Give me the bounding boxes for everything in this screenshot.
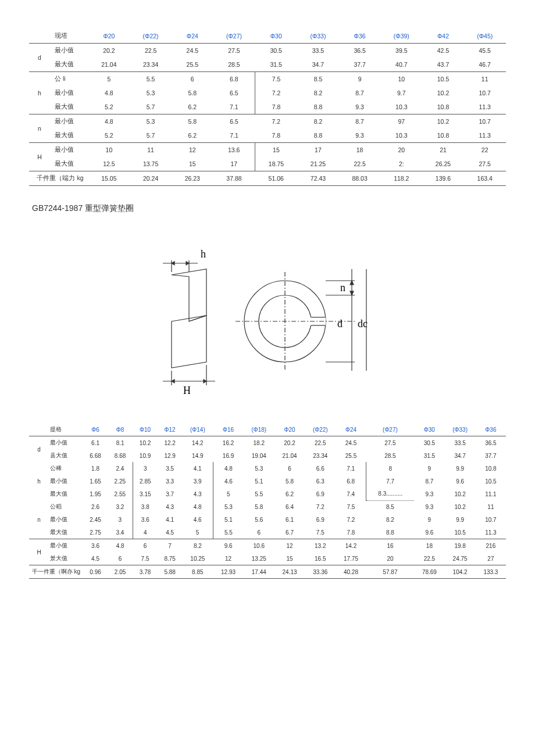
cell: 16.2 (213, 436, 244, 450)
col-header: Φ20 (274, 423, 305, 436)
cell: 10.2 (444, 488, 475, 500)
cell: 21.04 (88, 58, 130, 72)
cell: 7.8 (336, 526, 366, 539)
cell: 6 (172, 72, 213, 87)
table1-footer-label: 千件重（端力 kg (29, 171, 88, 186)
cell: 6 (274, 462, 305, 475)
cell: 7.1 (213, 128, 255, 143)
col-header: (Φ33) (444, 423, 475, 436)
cell: 3.9 (182, 475, 213, 488)
cell: 20.2 (88, 44, 130, 58)
cell: 37.7 (476, 449, 506, 462)
cell: 30.5 (414, 436, 444, 450)
cell: 6 (108, 552, 133, 565)
col-header: (Φ39) (380, 29, 423, 44)
cell: 20 (380, 143, 423, 157)
cell: 16.5 (305, 552, 336, 565)
cell: 3.5 (158, 462, 182, 475)
cell: 14.2 (336, 539, 366, 553)
cell: 3.15 (133, 488, 158, 500)
spring-washer-diagram: h H n d dc (29, 231, 506, 400)
cell: 10.7 (463, 114, 506, 129)
cell: 24.75 (444, 552, 475, 565)
cell: 15.05 (88, 171, 130, 186)
cell: 15 (172, 157, 213, 171)
param-h: h (29, 72, 50, 114)
cell: 9.3 (414, 500, 444, 513)
cell: 20 (366, 552, 415, 565)
cell: 14.2 (182, 436, 213, 450)
cell: 5.3 (130, 114, 172, 129)
cell: 8.85 (182, 565, 213, 579)
cell: 33.36 (305, 565, 336, 579)
cell: 7.7 (366, 475, 415, 488)
table1-header-label: 现塔 (50, 29, 88, 44)
cell: 27.5 (213, 44, 255, 58)
cell: 17 (213, 157, 255, 171)
cell: 2.45 (83, 513, 108, 526)
svg-marker-4 (172, 261, 174, 265)
cell: 21 (423, 143, 464, 157)
cell: 6.5 (213, 86, 255, 100)
cell: 18.75 (255, 157, 297, 171)
label-dc: dc (358, 318, 368, 329)
svg-line-0 (189, 316, 206, 321)
cell: 9.6 (414, 526, 444, 539)
cell: 10.2 (133, 436, 158, 450)
cell: 42.5 (423, 44, 464, 58)
svg-marker-10 (204, 379, 206, 383)
cell: 4.6 (182, 513, 213, 526)
col-header: Φ10 (133, 423, 158, 436)
cell: 4.1 (182, 462, 213, 475)
cell: 8.2 (297, 114, 340, 129)
row-label: 最小值 (49, 513, 83, 526)
col-header: Φ20 (88, 29, 130, 44)
cell: 9 (414, 462, 444, 475)
cell: 5.6 (244, 513, 274, 526)
col-header: Φ36 (476, 423, 506, 436)
cell: 9.9 (444, 462, 475, 475)
cell: 8.7 (414, 475, 444, 488)
param-n: n (29, 500, 49, 539)
row-label: 县大值 (49, 449, 83, 462)
cell: 7.4 (336, 488, 366, 500)
row-label: 最大值 (49, 488, 83, 500)
cell: 3.7 (158, 488, 182, 500)
cell: 97 (380, 114, 423, 129)
cell: 3.6 (83, 539, 108, 553)
cell: 7.2 (255, 114, 297, 129)
cell: 10.8 (476, 462, 506, 475)
cell: 19.04 (244, 449, 274, 462)
cell: 33.5 (444, 436, 475, 450)
label-h: h (201, 248, 206, 260)
col-header: (Φ45) (463, 29, 506, 44)
row-label: 最大值 (50, 100, 88, 114)
col-header: Φ8 (108, 423, 133, 436)
cell: 10.2 (444, 500, 475, 513)
cell: 12.5 (88, 157, 130, 171)
param-H: H (29, 539, 49, 565)
cell: 6.68 (83, 449, 108, 462)
cell: 133.3 (476, 565, 506, 579)
cell: 7.2 (336, 513, 366, 526)
cell: 26.23 (172, 171, 213, 186)
cell: 22.5 (130, 44, 172, 58)
cell: 5 (213, 488, 244, 500)
cell: 6.1 (83, 436, 108, 450)
svg-marker-5 (186, 261, 189, 265)
cell: 6 (133, 539, 158, 553)
cell: 24.5 (336, 436, 366, 450)
cell: 13.75 (130, 157, 172, 171)
cell: 5.88 (158, 565, 182, 579)
cell: 2: (380, 157, 423, 171)
cell: 8.75 (158, 552, 182, 565)
cell: 9.6 (444, 475, 475, 488)
cell: 12.2 (158, 436, 182, 450)
cell: 4 (133, 526, 158, 539)
cell: 8.2 (182, 539, 213, 553)
cell: 11 (130, 143, 172, 157)
cell: 36.5 (476, 436, 506, 450)
cell: 17.44 (244, 565, 274, 579)
cell: 5.5 (244, 488, 274, 500)
cell: 3 (108, 513, 133, 526)
